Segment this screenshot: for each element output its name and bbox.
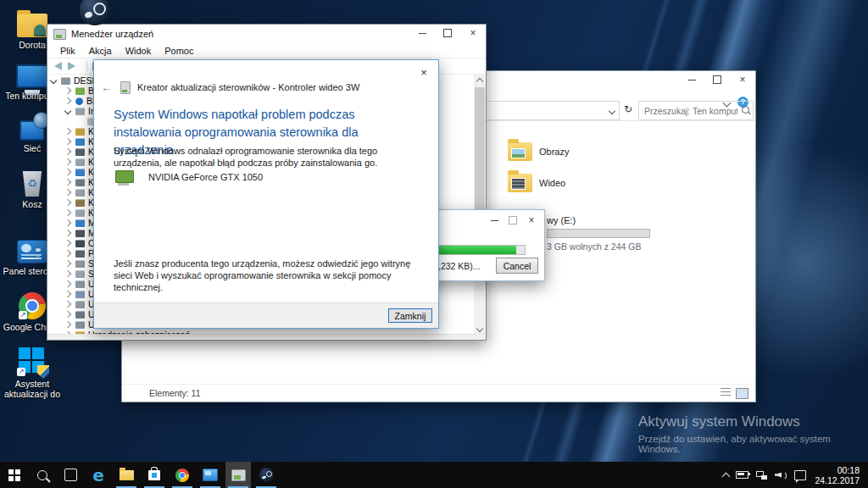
cd-drive-icon [75,270,85,278]
forward-icon[interactable] [68,62,75,70]
chevron-collapsed-icon[interactable] [64,179,71,186]
devmgr-minimize-button[interactable] [409,25,435,42]
devmgr-maximize-button[interactable] [435,25,460,42]
taskbar-steam-button[interactable] [253,462,279,488]
wizard-back-icon[interactable]: ← [101,80,113,94]
devmgr-close-button[interactable]: × [460,25,486,42]
refresh-icon[interactable]: ↻ [621,103,635,117]
details-view-icon[interactable] [721,388,731,397]
wizard-footer-text: Jeśli znasz producenta tego urządzenia, … [114,258,420,293]
audio-controller-icon [75,179,85,186]
explorer-item[interactable]: Obrazy [508,139,569,164]
progress-close-button[interactable]: × [522,214,541,227]
chevron-collapsed-icon[interactable] [64,219,71,226]
chevron-collapsed-icon[interactable] [64,128,71,135]
taskbar-edge-button[interactable] [86,462,111,488]
device-name: NVIDIA GeForce GTX 1050 [148,172,263,182]
action-center-icon[interactable] [794,470,806,480]
taskbar-explorer-button[interactable] [114,462,139,488]
chevron-expanded-icon[interactable] [50,77,57,84]
scroll-up-icon[interactable] [476,77,483,84]
address-dropdown-icon[interactable] [609,108,615,114]
explorer-close-button[interactable]: × [730,71,755,88]
chevron-collapsed-icon[interactable] [64,240,71,247]
generic-device-icon [75,321,85,329]
unknown-device-icon [75,108,85,115]
taskbar-clock[interactable]: 00:18 24.12.2017 [814,465,860,485]
back-icon[interactable] [54,62,62,70]
cancel-button[interactable]: Cancel [496,258,538,274]
chevron-collapsed-icon[interactable] [64,260,71,267]
chevron-collapsed-icon[interactable] [64,291,71,297]
mouse-icon [75,230,85,237]
menu-akcja[interactable]: Akcja [82,46,119,56]
chevron-collapsed-icon[interactable] [64,189,71,196]
explorer-minimize-button[interactable] [679,71,704,88]
explorer-statusbar: Elementy: 11 [122,384,755,402]
search-input[interactable] [639,102,753,119]
chevron-collapsed-icon[interactable] [64,311,71,318]
battery-icon[interactable] [736,471,748,479]
menu-plik[interactable]: Plik [53,46,82,56]
driver-wizard-dialog: × ← Kreator aktualizacji sterowników - K… [93,59,439,329]
printer-icon [75,158,85,166]
taskbar-task-view-button[interactable] [58,462,83,488]
desktop-icon-asystent-aktualizacji[interactable]: Asystent aktualizacji do systemu Windo..… [2,346,63,399]
start-icon [8,469,20,481]
shortcut-arrow-icon [17,368,25,376]
chevron-collapsed-icon[interactable] [64,199,71,206]
chevron-collapsed-icon[interactable] [64,230,71,236]
progress-maximize-button[interactable] [504,214,522,227]
taskbar-update-assistant-button[interactable] [198,462,223,488]
explorer-item-label: Wideo [539,178,565,188]
network-icon [19,120,45,141]
clock-date: 24.12.2017 [814,475,860,485]
taskbar-device-manager-button[interactable] [225,462,251,488]
taskbar: 00:18 24.12.2017 [0,462,868,488]
drive-label: wy (E:) [547,215,650,225]
address-bar[interactable] [476,101,620,120]
tray-expand-icon[interactable] [722,472,731,480]
chevron-collapsed-icon[interactable] [64,87,71,94]
progress-minimize-button[interactable] [485,214,504,227]
software-device-icon [75,311,85,319]
zamknij-button[interactable]: Zamknij [388,308,432,323]
watermark-title: Aktywuj system Windows [638,413,868,430]
chevron-collapsed-icon[interactable] [64,148,71,155]
drive-item[interactable]: wy (E:) 3 GB wolnych z 244 GB [547,215,650,252]
chevron-collapsed-icon[interactable] [64,250,71,257]
item-count: Elementy: 11 [149,388,201,398]
chevron-collapsed-icon[interactable] [64,97,71,104]
explorer-maximize-button[interactable] [704,71,730,88]
menu-widok[interactable]: Widok [119,46,159,56]
chevron-collapsed-icon[interactable] [64,301,71,308]
network-card-icon [75,138,85,146]
taskbar-store-button[interactable] [142,462,167,488]
chevron-expanded-icon[interactable] [64,108,71,114]
taskbar-start-button[interactable] [2,462,27,488]
taskbar-chrome-button[interactable] [170,462,195,488]
chevron-collapsed-icon[interactable] [64,321,71,328]
thumbnails-view-icon[interactable] [736,388,748,399]
menu-pomoc[interactable]: Pomoc [158,46,200,56]
scrollbar-thumb[interactable] [475,87,485,214]
scroll-down-icon[interactable] [476,325,483,332]
devmgr-scrollbar[interactable] [474,74,486,335]
chevron-collapsed-icon[interactable] [64,209,71,216]
computer2-icon [75,169,85,176]
drive-capacity-bar [547,229,650,238]
search-box[interactable] [638,101,754,120]
taskbar-search-button[interactable] [30,462,55,488]
control-panel-icon [17,240,47,263]
wizard-title: Kreator aktualizacji sterowników - Kontr… [137,82,359,92]
chevron-collapsed-icon[interactable] [64,158,71,165]
chevron-collapsed-icon[interactable] [64,270,71,277]
chevron-collapsed-icon[interactable] [64,169,71,175]
wizard-close-icon[interactable]: × [413,64,435,80]
this-pc-icon [16,64,48,88]
volume-icon[interactable] [775,471,787,480]
chevron-collapsed-icon[interactable] [64,280,71,287]
network-icon[interactable] [756,471,767,480]
chevron-collapsed-icon[interactable] [64,138,71,145]
explorer-item[interactable]: Wideo [508,170,565,196]
